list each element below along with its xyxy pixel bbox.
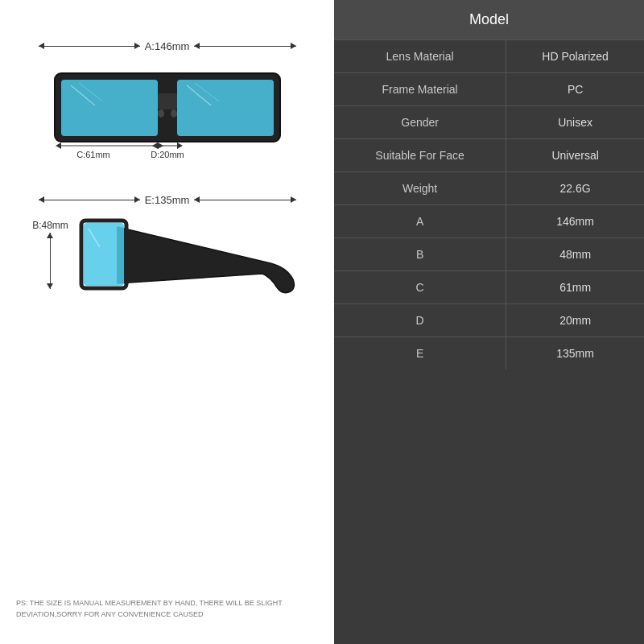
spec-value-4: 22.6G [506,172,644,205]
spec-value-9: 135mm [506,337,644,370]
main-container: A:146mm [0,0,644,644]
spec-label-9: E [334,337,506,370]
dimension-b-arrow [50,233,51,289]
dimension-e-label: E:135mm [140,194,195,206]
table-row: Gender Unisex [334,106,644,139]
table-row: Frame Material PC [334,73,644,106]
dimension-b-label: B:48mm [32,220,68,231]
spec-label-3: Suitable For Face [334,139,506,172]
left-panel: A:146mm [0,0,334,644]
spec-label-7: C [334,271,506,304]
svg-point-5 [171,109,177,118]
side-view-wrapper: B:48mm [31,211,304,299]
sunglasses-front-svg: C:61mm D:20mm [47,57,288,162]
svg-rect-18 [84,223,124,286]
spec-value-3: Universal [506,139,644,172]
ps-note: PS: THE SIZE IS MANUAL MEASUREMENT BY HA… [16,598,326,620]
sunglasses-side-svg [77,211,303,299]
spec-value-0: HD Polarized [506,40,644,73]
dimension-a-row: A:146mm [31,40,304,52]
spec-label-2: Gender [334,106,506,139]
spec-value-8: 20mm [506,304,644,337]
side-view-section: E:135mm B:48mm [31,194,304,299]
dimension-b-container: B:48mm [31,220,71,291]
table-row: A 146mm [334,205,644,238]
dimension-e-row: E:135mm [31,194,304,206]
svg-rect-1 [61,80,158,136]
spec-table: Model Lens Material HD Polarized Frame M… [334,0,644,369]
svg-rect-3 [158,93,177,109]
dimension-a-label: A:146mm [140,40,195,52]
spec-value-7: 61mm [506,271,644,304]
svg-point-4 [158,109,164,118]
table-row: C 61mm [334,271,644,304]
table-row: Suitable For Face Universal [334,139,644,172]
spec-value-6: 48mm [506,238,644,271]
dimension-e-arrow-right [194,200,295,200]
spec-label-4: Weight [334,172,506,205]
glasses-front-view: C:61mm D:20mm [31,57,304,162]
table-row: D 20mm [334,304,644,337]
table-row: B 48mm [334,238,644,271]
svg-marker-11 [56,142,61,149]
svg-text:C:61mm: C:61mm [76,150,110,159]
table-row: Lens Material HD Polarized [334,40,644,73]
svg-marker-16 [177,142,183,149]
spec-value-2: Unisex [506,106,644,139]
dimension-e-arrow [39,200,140,200]
spec-label-1: Frame Material [334,73,506,106]
spec-label-5: A [334,205,506,238]
svg-text:D:20mm: D:20mm [151,150,184,159]
table-row: Weight 22.6G [334,172,644,205]
table-row: E 135mm [334,337,644,370]
front-view-section: A:146mm [31,40,304,162]
table-title: Model [334,0,644,40]
spec-label-8: D [334,304,506,337]
spec-label-0: Lens Material [334,40,506,73]
svg-marker-15 [152,142,158,149]
spec-value-1: PC [506,73,644,106]
svg-rect-2 [177,80,274,136]
spec-label-6: B [334,238,506,271]
dimension-a-arrow [39,46,140,47]
dimension-a-arrow-right [194,46,295,47]
right-panel: Model Lens Material HD Polarized Frame M… [334,0,644,644]
spec-value-5: 146mm [506,205,644,238]
